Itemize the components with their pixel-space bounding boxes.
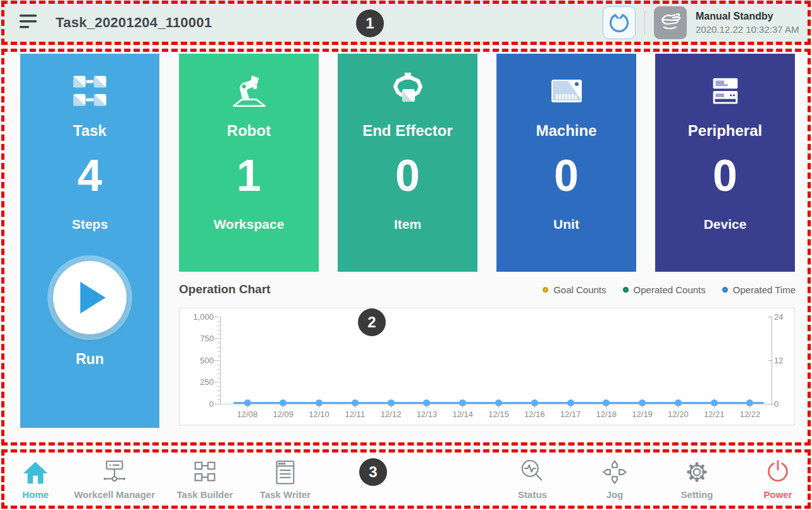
card-count: 0 bbox=[395, 154, 420, 198]
y-tick-label: 500 bbox=[185, 356, 214, 365]
nav-label: Home bbox=[22, 489, 49, 500]
card-count: 0 bbox=[713, 154, 737, 198]
x-tick-label: 12/22 bbox=[736, 405, 764, 419]
nav-label: Task Writer bbox=[260, 489, 311, 500]
nav-label: Task Builder bbox=[177, 489, 233, 500]
setting-gear-icon bbox=[682, 456, 711, 488]
nav-right-group: Status Jog bbox=[501, 456, 808, 500]
card-label: Machine bbox=[536, 122, 596, 140]
nav-label: Status bbox=[518, 489, 547, 500]
task-title: Task_20201204_110001 bbox=[56, 15, 212, 31]
card-count: 4 bbox=[78, 154, 102, 198]
x-tick-label: 12/09 bbox=[269, 405, 297, 419]
gripper-icon bbox=[608, 11, 630, 35]
operation-chart: 1,000 750 500 250 0 24 12 0 12/0812/0912… bbox=[179, 308, 795, 425]
y-tick-label: 750 bbox=[185, 334, 214, 343]
operated-time-dot-icon bbox=[722, 287, 728, 293]
run-button[interactable]: Run bbox=[53, 261, 126, 368]
x-tick-label: 12/15 bbox=[484, 405, 512, 419]
left-y-axis bbox=[220, 317, 221, 404]
y-tick-label: 250 bbox=[185, 377, 214, 387]
robot-arm-icon bbox=[228, 70, 270, 112]
mode-status: Manual Standby 2020.12.22 10:32:37 AM bbox=[696, 11, 803, 35]
x-tick-label: 12/08 bbox=[233, 405, 261, 419]
legend-goal-counts: Goal Counts bbox=[543, 284, 606, 295]
legend-label: Goal Counts bbox=[553, 284, 606, 295]
nav-left-group: Home Workcell Manager bbox=[11, 456, 323, 500]
y-tick-label: 1,000 bbox=[185, 312, 214, 322]
right-y-tick-label: 0 bbox=[774, 399, 789, 409]
x-tick-label: 12/11 bbox=[341, 405, 369, 419]
nav-task-builder[interactable]: Task Builder bbox=[169, 456, 240, 500]
mode-status-title: Manual Standby bbox=[696, 11, 803, 22]
x-tick-label: 12/12 bbox=[377, 405, 405, 419]
x-tick-label: 12/16 bbox=[520, 405, 548, 419]
legend-label: Operated Counts bbox=[634, 284, 706, 295]
card-unit: Workspace bbox=[214, 217, 285, 232]
nav-home[interactable]: Home bbox=[11, 456, 59, 500]
card-peripheral[interactable]: Peripheral 0 Device bbox=[655, 54, 795, 272]
operation-chart-title: Operation Chart bbox=[179, 282, 271, 296]
x-tick-label: 12/14 bbox=[449, 405, 477, 419]
legend-operated-time: Operated Time bbox=[722, 284, 796, 295]
right-y-tick-label: 24 bbox=[774, 312, 789, 322]
top-bar: Task_20201204_110001 bbox=[0, 0, 812, 46]
nav-power[interactable]: Power bbox=[747, 456, 808, 500]
card-machine[interactable]: Machine 0 Unit bbox=[496, 54, 636, 272]
power-icon bbox=[763, 456, 792, 488]
card-task[interactable]: Task 4 Steps Run bbox=[20, 54, 159, 428]
manual-mode-button[interactable] bbox=[654, 6, 687, 39]
nav-label: Setting bbox=[681, 489, 713, 500]
x-tick-label: 12/13 bbox=[413, 405, 441, 419]
end-effector-test-button[interactable] bbox=[603, 6, 636, 39]
card-unit: Steps bbox=[71, 217, 108, 232]
bottom-nav-bar: Home Workcell Manager bbox=[0, 450, 812, 510]
peripheral-server-icon bbox=[706, 70, 745, 112]
legend-operated-counts: Operated Counts bbox=[623, 284, 706, 295]
jog-dpad-icon bbox=[600, 456, 629, 488]
legend-label: Operated Time bbox=[733, 284, 796, 295]
card-label: Peripheral bbox=[688, 122, 762, 140]
nav-label: Power bbox=[763, 489, 792, 500]
play-icon bbox=[53, 261, 126, 334]
nav-setting[interactable]: Setting bbox=[665, 456, 729, 500]
card-count: 0 bbox=[554, 154, 579, 198]
x-tick-label: 12/20 bbox=[664, 405, 692, 419]
card-unit: Unit bbox=[553, 217, 579, 232]
machine-icon bbox=[546, 70, 587, 112]
mode-status-datetime: 2020.12.22 10:32:37 AM bbox=[696, 24, 803, 35]
y-tick-label: 0 bbox=[185, 399, 214, 409]
chart-legend: Goal Counts Operated Counts Operated Tim… bbox=[543, 284, 796, 295]
x-tick-label: 12/19 bbox=[629, 405, 656, 419]
nav-status[interactable]: Status bbox=[501, 456, 564, 500]
task-steps-icon bbox=[70, 70, 109, 112]
nav-jog[interactable]: Jog bbox=[583, 456, 646, 500]
card-label: End Effector bbox=[362, 122, 453, 140]
x-tick-label: 12/18 bbox=[593, 405, 620, 419]
card-count: 1 bbox=[237, 154, 261, 198]
task-builder-icon bbox=[190, 456, 219, 488]
card-end-effector[interactable]: End Effector 0 Item bbox=[338, 54, 477, 272]
x-tick-label: 12/17 bbox=[557, 405, 584, 419]
nav-task-writer[interactable]: Task Writer bbox=[248, 456, 323, 500]
card-label: Robot bbox=[227, 122, 271, 140]
right-y-tick-label: 12 bbox=[774, 356, 789, 365]
nav-label: Workcell Manager bbox=[74, 489, 155, 500]
nav-label: Jog bbox=[606, 489, 624, 500]
task-writer-icon bbox=[271, 456, 300, 488]
x-axis-labels: 12/0812/0912/1012/1112/1212/1312/1412/15… bbox=[233, 405, 764, 419]
card-unit: Device bbox=[704, 217, 747, 232]
card-label: Task bbox=[73, 122, 107, 140]
hamburger-icon bbox=[19, 13, 38, 32]
card-robot[interactable]: Robot 1 Workspace bbox=[179, 54, 319, 272]
operated-counts-dot-icon bbox=[623, 287, 629, 293]
workcell-manager-icon bbox=[99, 456, 130, 488]
robot-dashboard-screen: Task_20201204_110001 bbox=[0, 0, 812, 510]
goal-counts-dot-icon bbox=[543, 287, 548, 293]
run-label: Run bbox=[76, 351, 104, 368]
menu-button[interactable] bbox=[19, 13, 38, 32]
card-unit: Item bbox=[394, 217, 421, 232]
nav-workcell-manager[interactable]: Workcell Manager bbox=[67, 456, 162, 500]
x-tick-label: 12/21 bbox=[700, 405, 728, 419]
home-icon bbox=[21, 456, 50, 488]
